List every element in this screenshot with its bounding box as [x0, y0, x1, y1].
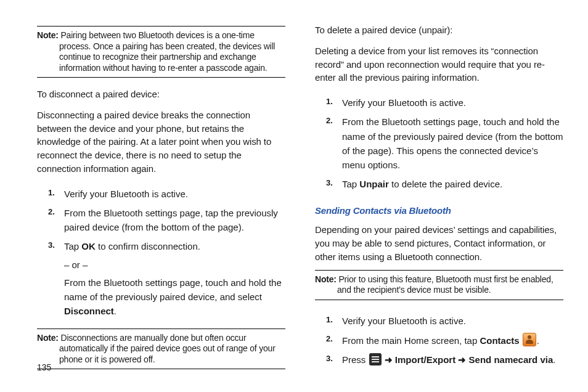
- arrow-icon: ➜: [382, 354, 395, 365]
- send-description: Depending on your paired devices’ settin…: [315, 223, 563, 263]
- disconnect-description: Disconnecting a paired device breaks the…: [37, 108, 285, 176]
- step-text: .: [537, 335, 539, 346]
- step-text: Tap: [64, 241, 81, 251]
- step-text: From the Bluetooth settings page, touch …: [64, 277, 282, 302]
- delete-step-3: Tap Unpair to delete the paired device.: [315, 177, 563, 191]
- disconnect-step-3: Tap OK to confirm disconnection. – or – …: [37, 239, 285, 318]
- note-text: Disconnections are manually done but oft…: [59, 333, 276, 364]
- disconnect-step-1: Verify your Bluetooth is active.: [37, 187, 285, 201]
- note-text: Pairing between two Bluetooth devices is…: [59, 30, 275, 73]
- step-bold: OK: [81, 241, 96, 251]
- page-number: 135: [37, 361, 51, 374]
- note-prior-bluetooth: Note: Prior to using this feature, Bluet…: [315, 270, 563, 300]
- step-bold: Disconnect: [64, 306, 114, 316]
- note-label: Note:: [37, 333, 59, 343]
- delete-steps: Verify your Bluetooth is active. From th…: [315, 91, 563, 197]
- note-label: Note:: [315, 274, 337, 284]
- right-column: To delete a paired device (unpair): Dele…: [315, 23, 563, 392]
- document-page: Note: Pairing between two Bluetooth devi…: [0, 0, 588, 392]
- note-disconnections: Note: Disconnections are manually done b…: [37, 329, 285, 370]
- note-pairing: Note: Pairing between two Bluetooth devi…: [37, 26, 285, 78]
- disconnect-steps: Verify your Bluetooth is active. From th…: [37, 182, 285, 324]
- note-text: Prior to using this feature, Bluetooth m…: [337, 274, 553, 295]
- disconnect-step-2: From the Bluetooth settings page, tap th…: [37, 206, 285, 235]
- delete-intro: To delete a paired device (unpair):: [315, 23, 563, 37]
- send-step-1: Verify your Bluetooth is active.: [315, 314, 563, 328]
- step-text: .: [114, 306, 116, 316]
- step-text: From the main Home screen, tap: [342, 335, 480, 346]
- step-bold: Send namecard via: [469, 354, 553, 365]
- step-text: .: [553, 354, 555, 365]
- step-text: to confirm disconnection.: [96, 241, 200, 251]
- step-text: Tap: [342, 179, 359, 189]
- step-bold: Import/Export: [395, 354, 455, 365]
- step-or: – or –: [64, 258, 285, 272]
- menu-icon: [369, 353, 382, 365]
- note-label: Note:: [37, 30, 59, 40]
- send-step-2: From the main Home screen, tap Contacts …: [315, 333, 563, 348]
- delete-step-2: From the Bluetooth settings page, touch …: [315, 115, 563, 172]
- step-bold: Unpair: [359, 179, 389, 189]
- subheading-sending-contacts: Sending Contacts via Bluetooth: [315, 204, 563, 218]
- delete-description: Deleting a device from your list removes…: [315, 44, 563, 84]
- step-text: Press: [342, 354, 369, 365]
- arrow-icon: ➜: [455, 354, 468, 365]
- step-text: to delete the paired device.: [389, 179, 502, 189]
- contacts-icon: [523, 333, 536, 346]
- disconnect-intro: To disconnect a paired device:: [37, 88, 285, 101]
- delete-step-1: Verify your Bluetooth is active.: [315, 96, 563, 110]
- left-column: Note: Pairing between two Bluetooth devi…: [37, 23, 285, 392]
- send-step-3: Press ➜ Import/Export ➜ Send namecard vi…: [315, 353, 563, 367]
- step-bold: Contacts: [480, 335, 519, 346]
- step-alt: From the Bluetooth settings page, touch …: [64, 276, 285, 319]
- send-steps: Verify your Bluetooth is active. From th…: [315, 309, 563, 372]
